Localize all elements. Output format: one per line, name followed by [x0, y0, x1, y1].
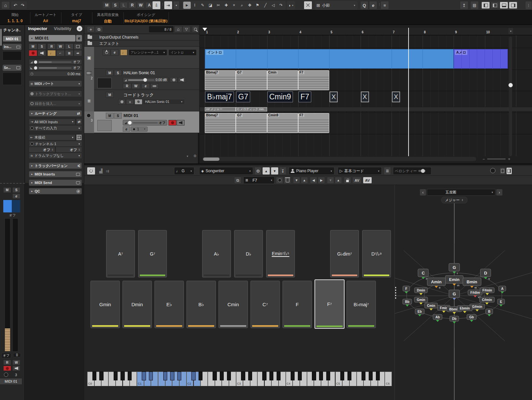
chord-pad-top-A♭[interactable]: A♭: [202, 230, 231, 277]
cof-chord-A[interactable]: A: [498, 286, 506, 292]
arranger-activate-button[interactable]: [103, 49, 110, 56]
info-chord-type[interactable]: タイプ maj7: [61, 11, 92, 25]
lower-zone-toggle[interactable]: [500, 2, 508, 9]
midi-volume-slider[interactable]: ◢ オフ: [123, 120, 167, 125]
info-voicing[interactable]: ボイシング Bb1|F2|A2|D3 (第1転回形): [123, 11, 169, 25]
zoom-tool[interactable]: ⌕: [238, 2, 246, 9]
halion-write-button[interactable]: W: [132, 83, 140, 89]
halion-mute-button[interactable]: M: [106, 70, 114, 76]
info-root-note[interactable]: ルートノート A#: [30, 11, 61, 25]
track-row-halion[interactable]: 2 M S HALion Sonic 01 ◢ 0.00 dB R W e: [84, 69, 199, 90]
piano-black-key-17[interactable]: [213, 372, 217, 380]
halion-monitor-button[interactable]: [178, 77, 186, 83]
cof-chord-G[interactable]: G: [449, 263, 460, 272]
ruler-options-dropdown[interactable]: ▼: [508, 28, 513, 34]
chord-pad-top-G⁷[interactable]: G⁷: [138, 230, 167, 277]
piano-black-key-35[interactable]: [340, 372, 344, 380]
halion-part-Cmin[interactable]: Cmin: [267, 70, 298, 90]
arranger-active-dropdown[interactable]: イントロ▼: [169, 49, 197, 56]
chord-pad-top-A⁷[interactable]: A⁷: [106, 230, 135, 277]
monitor-button[interactable]: [38, 50, 46, 56]
adaptive-voicing-reference[interactable]: AV: [363, 177, 372, 184]
inspector-track-header[interactable]: ▼ MIDI 01: [29, 35, 75, 42]
undefined-chord-event[interactable]: X: [361, 92, 369, 102]
piano-black-key-25[interactable]: [269, 372, 273, 380]
chord-event-G7[interactable]: G7: [236, 92, 250, 102]
adaptive-voicing-button[interactable]: ≣: [384, 167, 391, 175]
vertical-scrollbar[interactable]: [509, 37, 512, 156]
midi-solo-button[interactable]: S: [114, 113, 122, 119]
next-voicing-button[interactable]: ▶: [318, 177, 325, 184]
chord-pad-top-D♭[interactable]: D♭: [234, 230, 263, 277]
cof-chord-F[interactable]: F: [403, 286, 410, 292]
midi-send-header[interactable]: ▼ MIDI Send: [29, 179, 82, 186]
track-row-arranger[interactable]: ▣ e ♩ アレンジャーチ...1▼ イントロ▼: [84, 47, 199, 69]
chord-mute-button[interactable]: M: [106, 92, 114, 98]
undefined-chord-event[interactable]: X: [330, 92, 338, 102]
piano-black-key-39[interactable]: [369, 372, 373, 380]
lock-track-button[interactable]: ⌐: [56, 50, 65, 56]
strip-edit-button[interactable]: e: [12, 193, 20, 199]
track-row-chord[interactable]: ≣ M コードトラック ⁝⁝ ⧉ HALion Sonic 01▼: [84, 90, 199, 111]
read-button[interactable]: R: [47, 43, 56, 50]
input-transformer-button[interactable]: ◂●: [74, 50, 82, 56]
cof-chord-Bb[interactable]: Bb: [402, 299, 412, 305]
mute-tool[interactable]: ×: [230, 2, 238, 9]
chord-record-button[interactable]: [118, 99, 125, 105]
cof-chord-F#min[interactable]: F#min: [480, 288, 494, 293]
piano-black-key-21[interactable]: [241, 372, 245, 380]
piano-black-key-26[interactable]: [277, 372, 281, 380]
midi-monitor-button[interactable]: [177, 120, 185, 125]
locator-line[interactable]: [408, 28, 409, 156]
cof-chord-C[interactable]: C: [418, 269, 428, 277]
draw-tool[interactable]: ✎: [199, 2, 206, 9]
drum-map-row[interactable]: ≋ ドラムマップなし ▼: [29, 153, 82, 159]
piano-black-key-4[interactable]: [121, 372, 124, 380]
input-transformer-open-button[interactable]: ⇄: [76, 119, 82, 125]
output-routing-row[interactable]: ⇤ 未接続 ▼: [29, 134, 75, 141]
chord-pad-top-G♭dim⁷[interactable]: G♭dim⁷: [330, 230, 359, 277]
piano-black-key-5[interactable]: [128, 372, 132, 380]
piano-black-key-8[interactable]: [149, 372, 153, 380]
cof-chord-D[interactable]: D: [480, 269, 491, 277]
cof-chord-E[interactable]: E: [497, 299, 505, 305]
comp-tool[interactable]: ✥: [246, 2, 253, 9]
pan-row[interactable]: ◣ オフ: [29, 65, 82, 71]
piano-black-key-14[interactable]: [191, 372, 195, 380]
redo-button[interactable]: ↷: [19, 3, 26, 8]
export-button[interactable]: ↥: [460, 1, 468, 9]
grid-type-dropdown[interactable]: ⊞ 小節 ▼: [314, 1, 358, 9]
playhead-marker[interactable]: [202, 28, 207, 31]
channel-strip-button[interactable]: [74, 43, 82, 50]
bank-select-row[interactable]: オフ ⇕: [29, 147, 55, 153]
add-track-button[interactable]: +: [87, 26, 95, 32]
halion-solo-button[interactable]: S: [114, 70, 122, 76]
global-l-button[interactable]: L: [120, 2, 128, 8]
piano-black-key-7[interactable]: [142, 372, 146, 380]
volume-row[interactable]: ◢ オフ: [29, 59, 82, 65]
piano-white-key-42[interactable]: C6: [385, 372, 392, 386]
setup-toolbar-button[interactable]: ⋮: [525, 1, 532, 9]
chord-monitored-track-button[interactable]: ⧉: [135, 99, 142, 105]
channel-inserts-slot[interactable]: [3, 51, 22, 60]
global-r-button[interactable]: R: [128, 2, 136, 8]
transpose-up-button[interactable]: ▲: [301, 177, 308, 184]
level-meter-button[interactable]: ≡: [380, 1, 389, 9]
midi-edit-button[interactable]: e: [123, 126, 130, 132]
zoom-in-button[interactable]: +: [507, 157, 511, 161]
strip-solo-button[interactable]: S: [12, 187, 20, 193]
info-start[interactable]: 開始 1. 1. 1. 0: [0, 11, 30, 25]
track-search-button[interactable]: [192, 26, 199, 32]
chord-pad-bottom-Dmin[interactable]: Dmin: [122, 281, 152, 328]
piano-black-key-3[interactable]: [114, 372, 118, 380]
undo-button[interactable]: ↶: [12, 3, 19, 8]
cof-chord-Amin[interactable]: Amin: [427, 278, 446, 286]
cof-chord-Db[interactable]: Db: [449, 316, 459, 322]
cof-chord-Ebmin[interactable]: Ebmin: [457, 306, 473, 311]
channel-zone-scrollbar[interactable]: [0, 29, 2, 46]
hub-button[interactable]: ⌂: [1, 1, 10, 9]
timebase-button[interactable]: ♩: [47, 50, 56, 56]
global-w-button[interactable]: W: [137, 2, 145, 8]
info-enharmonic[interactable]: 異名同音変換 自動: [92, 11, 123, 25]
zoom-out-button[interactable]: −: [481, 157, 486, 161]
